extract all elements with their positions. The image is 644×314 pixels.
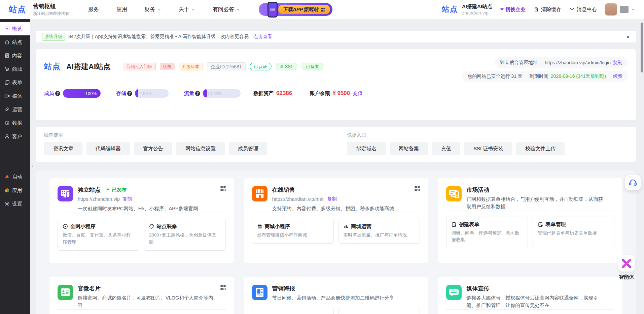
renew-badge[interactable]: 续费: [160, 63, 175, 70]
chevron-down-icon: [631, 7, 635, 11]
mall-icon: [4, 66, 10, 72]
subcard-partial[interactable]: [338, 308, 420, 314]
help-icon[interactable]: ?: [195, 91, 200, 96]
clipboard-gear-icon: [538, 222, 543, 227]
sidebar-item-media[interactable]: 媒体: [0, 89, 30, 103]
qr-code-icon[interactable]: [220, 185, 226, 192]
operation-icon: [4, 107, 10, 112]
site-logo: 站点: [442, 4, 458, 14]
agent-widget[interactable]: 智能体: [616, 255, 637, 280]
icp-badge: 已备案: [301, 63, 323, 70]
subcard-create-form[interactable]: 创建表单 调研、问卷、评选与预定、意向数据收集: [446, 217, 528, 249]
sidebar-item-content[interactable]: 内容: [0, 49, 30, 62]
subcard-mall-operations[interactable]: 商城运营 实时掌握流量、推广与订单情况: [338, 219, 420, 244]
sidebar-item-label: 应用: [12, 187, 22, 194]
card-desc: 节日问候、营销活动、产品画册快捷添加二维码进行分享: [272, 294, 394, 302]
card-title[interactable]: 营销海报: [272, 285, 295, 292]
renew-link[interactable]: 续费: [613, 73, 622, 80]
upgrade-version-badge[interactable]: 升级版本: [179, 63, 203, 70]
switch-company-button[interactable]: 切换企业: [500, 6, 526, 13]
message-center-button[interactable]: 消息中心: [569, 6, 597, 13]
btn-site-icp[interactable]: 网站备案: [390, 142, 428, 155]
card-url[interactable]: https://zhandian.vip/mall: [272, 196, 325, 202]
clear-cache-button[interactable]: 清除缓存: [534, 6, 561, 13]
nav-about[interactable]: 关于: [179, 6, 195, 13]
btn-member-management[interactable]: 成员管理: [229, 142, 267, 155]
customer-service-button[interactable]: [625, 175, 641, 190]
card-title[interactable]: 独立站点: [78, 186, 101, 194]
home-icon: [4, 39, 10, 45]
copy-url-link[interactable]: 复制: [122, 196, 132, 202]
sidebar-item-data[interactable]: 数据: [0, 116, 30, 130]
sidebar-item-label: 设置: [12, 201, 22, 207]
subcard-form-management[interactable]: 表单管理 管理已建表单与历史表单数据: [533, 217, 614, 249]
subcard-mall-mini-program[interactable]: 商城小程序 发布管理微信小程序商城: [252, 219, 334, 244]
card-url[interactable]: https://zhandian.vip: [78, 196, 120, 202]
sidebar-item-operations[interactable]: 运营: [0, 103, 30, 116]
sidebar-item-settings[interactable]: 设置: [0, 197, 30, 211]
sidebar-item-site[interactable]: 站点: [0, 35, 30, 49]
palette-icon: [149, 224, 154, 229]
btn-site-info-settings[interactable]: 网站信息设置: [176, 142, 225, 155]
btn-news-articles[interactable]: 资讯文章: [44, 142, 82, 155]
sidebar-item-label: 商城: [12, 66, 22, 72]
card-desc: 支持预约、内容付费、多级分销、拼团、秒杀多功能商城: [272, 205, 394, 213]
app-card-marketing-activities: 市场活动 官网和数据表单相结合，与用户便利互动，并自动归集，从而获取用户反馈和数…: [438, 178, 622, 263]
marketing-activities-icon: [446, 186, 462, 201]
subcard-mini-programs[interactable]: 全网小程序 微信、百度、支付宝、头条等小程序管理: [58, 219, 139, 251]
notice-view-link[interactable]: 点击查看: [253, 34, 272, 40]
sidebar-collapse-handle[interactable]: ‹: [30, 158, 35, 174]
official-card-icon: [58, 285, 73, 300]
sidebar-item-forms[interactable]: 表单: [0, 76, 30, 89]
agent-x-icon: [618, 255, 635, 272]
btn-official-announcement[interactable]: 官方公告: [134, 142, 172, 155]
nav-finance[interactable]: 财务: [145, 6, 161, 13]
sidebar-item-apps[interactable]: 应用: [0, 184, 30, 197]
btn-code-editor[interactable]: 代码编辑器: [86, 142, 130, 155]
card-title[interactable]: 官微名片: [78, 285, 101, 292]
sidebar-item-label: 内容: [12, 53, 22, 59]
plan-badge: 营销云入门版: [123, 63, 156, 70]
qr-code-icon[interactable]: [414, 185, 421, 192]
recharge-link[interactable]: 充值: [353, 90, 363, 97]
subcard-site-decoration[interactable]: 站点装修 2000+套主题风格，为创意提供基础: [144, 219, 226, 251]
download-app-banner[interactable]: LTD + 下载APP管网站: [259, 3, 332, 16]
admin-url[interactable]: https://zhandian.vip/admin/login: [545, 60, 611, 65]
company-logo: [620, 6, 629, 13]
card-title[interactable]: 在线销售: [272, 186, 295, 194]
copy-admin-url-link[interactable]: 复制: [613, 60, 622, 66]
logo[interactable]: 站点: [9, 4, 26, 15]
sidebar-item-mall[interactable]: 商城: [0, 62, 30, 76]
topbar-right: 站点 AI搭建AI站点 zhandian.vip 切换企业 清除缓存 消息中心: [442, 3, 635, 15]
btn-bind-domain[interactable]: 绑定域名: [347, 142, 386, 155]
content-icon: [4, 53, 10, 58]
card-title[interactable]: 媒体宣传: [466, 285, 489, 292]
traffic-stat: 流量 ? 10.93%: [184, 89, 241, 98]
nav-services[interactable]: 服务: [88, 6, 99, 13]
nav-apps[interactable]: 应用: [116, 6, 127, 13]
notice-text: 342次升级｜App支持知识库智能搜索、答案更精准 • AI写作智能体升级，改内…: [68, 34, 249, 40]
site-title: AI搭建AI站点: [66, 62, 111, 72]
member-stat: 成员 ? 100%: [44, 89, 101, 98]
close-icon[interactable]: ×: [626, 34, 630, 40]
qr-code-icon[interactable]: [220, 284, 226, 291]
help-icon[interactable]: ?: [55, 91, 60, 96]
btn-verify-file-upload[interactable]: 校验文件上传: [516, 142, 565, 155]
qr-code-icon: [321, 7, 326, 12]
phone-icon: LTD: [267, 2, 278, 18]
btn-ssl-install[interactable]: SSL证书安装: [464, 142, 512, 155]
current-site: 站点 AI搭建AI站点 zhandian.vip: [442, 3, 492, 15]
btn-recharge[interactable]: 充值: [432, 142, 460, 155]
copy-url-link[interactable]: 复制: [327, 196, 337, 202]
form-icon: [4, 80, 10, 85]
sidebar-item-launch[interactable]: 启动: [0, 170, 30, 184]
store-icon: [257, 224, 262, 229]
sidebar-item-customers[interactable]: 客户: [0, 130, 30, 143]
card-title[interactable]: 市场活动: [466, 186, 489, 194]
sidebar-item-overview[interactable]: 概览: [0, 22, 30, 35]
user-menu[interactable]: [605, 3, 635, 15]
help-icon[interactable]: ?: [127, 91, 132, 96]
scrollbar-thumb[interactable]: [641, 23, 643, 72]
subcard-partial[interactable]: [252, 308, 334, 314]
nav-qa[interactable]: 有问必答: [213, 6, 240, 13]
